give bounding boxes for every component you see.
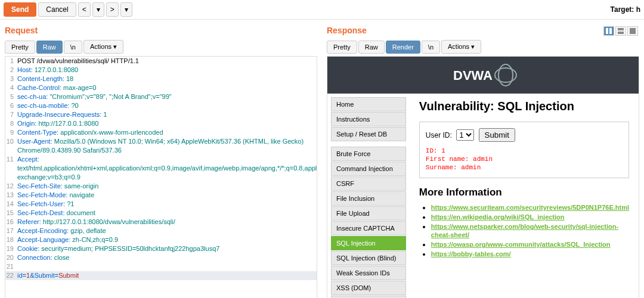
view-mode-icons <box>603 26 638 36</box>
nav-item[interactable]: Setup / Reset DB <box>331 127 406 141</box>
response-render: DVWA HomeInstructionsSetup / Reset DBBru… <box>327 56 639 298</box>
nav-item[interactable]: SQL Injection (Blind) <box>331 251 406 265</box>
tab-resp-pretty[interactable]: Pretty <box>327 41 357 54</box>
request-editor[interactable]: 1POST /dvwa/vulnerabilities/sqli/ HTTP/1… <box>5 56 317 298</box>
nav-item[interactable]: File Inclusion <box>331 191 406 206</box>
more-info-heading: More Information <box>419 187 629 198</box>
more-info-links: https://www.securiteam.com/securityrevie… <box>419 203 629 258</box>
svg-rect-0 <box>606 28 608 34</box>
nav-item[interactable]: File Upload <box>331 206 406 221</box>
response-title: Response <box>327 26 639 35</box>
tab-actions[interactable]: Actions ▾ <box>83 40 123 54</box>
nav-item[interactable]: Command Injection <box>331 162 406 176</box>
tab-raw[interactable]: Raw <box>36 41 63 54</box>
dvwa-logo-icon: DVWA <box>435 63 531 87</box>
nav-item[interactable]: CSRF <box>331 176 406 191</box>
target-label: Target: h <box>611 5 640 14</box>
next-button[interactable]: > <box>106 2 119 17</box>
response-panel: Response Pretty Raw Render \n Actions ▾ … <box>322 20 644 298</box>
nav-item[interactable]: Weak Session IDs <box>331 266 406 280</box>
svg-rect-1 <box>609 28 612 34</box>
nav-item[interactable]: Home <box>331 97 406 111</box>
nav-item[interactable]: XSS (Reflected) <box>331 296 406 298</box>
svg-text:DVWA: DVWA <box>453 68 493 83</box>
tab-resp-actions[interactable]: Actions ▾ <box>441 40 481 54</box>
main-toolbar: Send Cancel < ▾ > ▾ Target: h <box>0 0 644 20</box>
request-title: Request <box>5 26 317 35</box>
svg-rect-2 <box>618 28 624 30</box>
info-link[interactable]: https://en.wikipedia.org/wiki/SQL_inject… <box>431 213 565 221</box>
tab-resp-raw[interactable]: Raw <box>358 41 385 54</box>
nav-item[interactable]: Insecure CAPTCHA <box>331 221 406 235</box>
tab-resp-render[interactable]: Render <box>386 41 420 54</box>
cancel-button[interactable]: Cancel <box>38 2 76 17</box>
request-tabs: Pretty Raw \n Actions ▾ <box>5 40 317 54</box>
svg-rect-4 <box>630 28 636 34</box>
info-link[interactable]: https://www.securiteam.com/securityrevie… <box>431 204 629 211</box>
userid-label: User ID: <box>426 131 452 139</box>
nav-item[interactable]: Instructions <box>331 112 406 126</box>
userid-select[interactable]: 1 <box>456 129 474 141</box>
nav-item[interactable]: XSS (DOM) <box>331 281 406 295</box>
sqli-form: User ID: 1 ID: 1First name: adminSurname… <box>419 122 629 178</box>
nav-item[interactable]: SQL Injection <box>331 236 406 250</box>
prev-dropdown-button[interactable]: ▾ <box>92 2 104 17</box>
sqli-result: ID: 1First name: adminSurname: admin <box>426 147 623 172</box>
prev-button[interactable]: < <box>78 2 91 17</box>
send-button[interactable]: Send <box>4 2 36 17</box>
nav-item[interactable]: Brute Force <box>331 147 406 161</box>
columns-view-icon[interactable] <box>603 26 614 36</box>
tab-pretty[interactable]: Pretty <box>5 41 35 54</box>
svg-rect-3 <box>618 32 624 34</box>
response-tabs: Pretty Raw Render \n Actions ▾ <box>327 40 639 54</box>
next-dropdown-button[interactable]: ▾ <box>120 2 132 17</box>
page-title: Vulnerability: SQL Injection <box>419 100 629 113</box>
dvwa-header: DVWA <box>327 57 639 94</box>
single-view-icon[interactable] <box>627 26 638 36</box>
info-link[interactable]: https://www.netsparker.com/blog/web-secu… <box>431 223 618 238</box>
info-link[interactable]: https://bobby-tables.com/ <box>431 250 511 257</box>
tab-newline[interactable]: \n <box>64 41 82 54</box>
request-panel: Request Pretty Raw \n Actions ▾ 1POST /d… <box>0 20 322 298</box>
dvwa-content: Vulnerability: SQL Injection User ID: 1 … <box>410 94 639 298</box>
rows-view-icon[interactable] <box>615 26 626 36</box>
dvwa-sidebar: HomeInstructionsSetup / Reset DBBrute Fo… <box>327 94 410 298</box>
info-link[interactable]: https://owasp.org/www-community/attacks/… <box>431 241 611 248</box>
submit-button[interactable] <box>479 128 515 142</box>
tab-resp-newline[interactable]: \n <box>422 41 440 54</box>
